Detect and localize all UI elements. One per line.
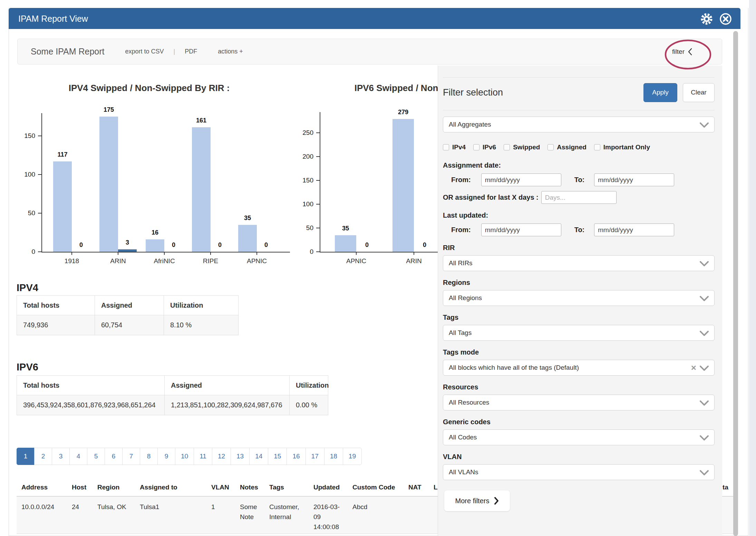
- actions-menu-link[interactable]: actions +: [218, 48, 243, 55]
- filter-checkbox-ipv4[interactable]: IPv4: [443, 143, 466, 151]
- filter-toggle-link[interactable]: filter: [672, 48, 692, 56]
- bar-value-label: 16: [146, 229, 164, 236]
- window-title: IPAM Report View: [18, 14, 88, 24]
- summary-column-header: Utilization: [290, 376, 328, 395]
- ipv6-summary-table: Total hostsAssignedUtilization396,453,92…: [17, 375, 328, 415]
- checkbox-box: [504, 144, 510, 150]
- table-column-header: Custom Code: [352, 484, 408, 491]
- gear-icon[interactable]: [700, 12, 714, 26]
- apply-button[interactable]: Apply: [643, 83, 677, 102]
- chevron-down-icon: [700, 470, 709, 476]
- assignment-date-from-input[interactable]: [481, 173, 561, 186]
- page-button[interactable]: 15: [268, 448, 287, 465]
- clear-button[interactable]: Clear: [683, 83, 715, 102]
- table-column-header: NAT: [408, 484, 434, 491]
- or-days-input[interactable]: [541, 191, 617, 204]
- filter-checkbox-ipv6[interactable]: IPv6: [473, 143, 496, 151]
- page-button[interactable]: 10: [175, 448, 194, 465]
- x-tick-mark: [356, 252, 357, 255]
- to-label: To:: [574, 226, 585, 234]
- page-button[interactable]: 5: [87, 448, 105, 465]
- page-button[interactable]: 2: [34, 448, 52, 465]
- chevron-down-icon: [700, 261, 709, 267]
- last-updated-label: Last updated:: [443, 211, 715, 219]
- filter-toggle-label: filter: [672, 48, 685, 56]
- page-button[interactable]: 3: [52, 448, 70, 465]
- page-button[interactable]: 6: [105, 448, 123, 465]
- y-tick-mark: [38, 174, 41, 175]
- summary-cell-value: 0.00 %: [290, 395, 328, 415]
- close-icon[interactable]: [719, 12, 733, 26]
- filter-section-label-regions: Regions: [443, 279, 715, 287]
- table-cell: 1: [211, 502, 233, 512]
- summary-data-row: 749,93660,7548.10 %: [17, 315, 238, 335]
- page-button[interactable]: 16: [287, 448, 306, 465]
- bar-value-label: 3: [118, 239, 137, 246]
- page-button[interactable]: 18: [324, 448, 343, 465]
- regions-select[interactable]: All Regions: [443, 290, 715, 306]
- aggregates-select[interactable]: All Aggregates: [443, 117, 715, 132]
- clear-selection-icon[interactable]: ×: [691, 363, 696, 373]
- checkbox-label: IPv4: [452, 143, 466, 151]
- summary-cell-value: 8.10 %: [164, 315, 238, 335]
- x-category-label: RIPE: [186, 257, 235, 265]
- filter-checkbox-swipped[interactable]: Swipped: [504, 143, 540, 151]
- page-button[interactable]: 9: [157, 448, 175, 465]
- resources-select[interactable]: All Resources: [443, 395, 715, 410]
- bar-value-label: 161: [192, 117, 211, 124]
- bar-value-label: 117: [53, 151, 72, 158]
- export-pdf-link[interactable]: PDF: [185, 48, 197, 55]
- x-tick-mark: [414, 252, 414, 255]
- filter-panel-title: Filter selection: [443, 87, 503, 98]
- page-button[interactable]: 1: [17, 448, 35, 465]
- summary-column-header: Utilization: [164, 296, 238, 315]
- bar-value-label: 0: [211, 241, 229, 249]
- page-button[interactable]: 8: [140, 448, 158, 465]
- bar-swipped: [392, 119, 414, 252]
- regions-select-value: All Regions: [449, 294, 482, 302]
- generic-codes-select[interactable]: All Codes: [443, 429, 715, 445]
- table-column-header: Updated: [313, 484, 351, 491]
- report-toolbar: Some IPAM Report export to CSV | PDF act…: [17, 39, 722, 64]
- filter-checkbox-important-only[interactable]: Important Only: [594, 143, 650, 151]
- bar-swipped: [192, 127, 211, 252]
- page-button[interactable]: 17: [306, 448, 324, 465]
- or-days-label: OR assigned for last X days :: [443, 193, 539, 201]
- table-cell: 10.0.0.0/24: [21, 502, 69, 512]
- bar-swipped: [99, 117, 118, 252]
- tags-select[interactable]: All Tags: [443, 325, 715, 341]
- tags-mode-select[interactable]: All blocks which have all of the tags (D…: [443, 360, 715, 376]
- table-column-header: Tags: [269, 484, 311, 491]
- summary-cell-value: 396,453,924,358,601,876,923,968,651,264: [17, 395, 165, 415]
- assignment-date-to-input[interactable]: [594, 173, 674, 186]
- last-updated-to-input[interactable]: [594, 224, 674, 236]
- more-filters-button[interactable]: More filters: [444, 490, 510, 511]
- page-button[interactable]: 4: [69, 448, 87, 465]
- page-button[interactable]: 11: [194, 448, 212, 465]
- table-column-header: Address: [21, 484, 76, 491]
- y-tick-label: 150: [14, 132, 35, 140]
- bar-value-label: 35: [238, 215, 257, 222]
- page-button[interactable]: 13: [231, 448, 250, 465]
- page-button[interactable]: 12: [212, 448, 231, 465]
- y-tick-mark: [316, 180, 320, 181]
- vlan-select[interactable]: All VLANs: [443, 464, 715, 480]
- page-button[interactable]: 7: [122, 448, 140, 465]
- filter-checkbox-assigned[interactable]: Assigned: [547, 143, 587, 151]
- last-updated-from-input[interactable]: [481, 224, 561, 236]
- export-csv-link[interactable]: export to CSV: [125, 48, 164, 55]
- filter-section-label-resources: Resources: [443, 383, 715, 391]
- bar-value-label: 279: [392, 109, 414, 116]
- page-button[interactable]: 19: [343, 448, 362, 465]
- resources-select-value: All Resources: [449, 399, 489, 406]
- filter-section-label-tags-mode: Tags mode: [443, 348, 715, 356]
- table-cell: Some Note: [240, 502, 265, 522]
- chevron-right-icon: [494, 497, 499, 505]
- to-label: To:: [574, 176, 585, 184]
- vertical-scrollbar-thumb[interactable]: [733, 31, 738, 536]
- page-button[interactable]: 14: [249, 448, 268, 465]
- rir-select[interactable]: All RIRs: [443, 255, 715, 271]
- filter-panel: Filter selection Apply Clear All Aggrega…: [438, 66, 722, 536]
- checkbox-label: IPv6: [483, 143, 496, 151]
- bar-value-label: 35: [335, 225, 356, 232]
